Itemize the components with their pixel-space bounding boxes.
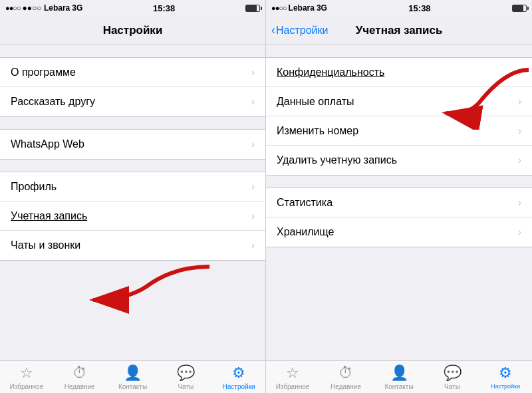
profile-label: Профиль: [11, 181, 57, 193]
section-1-right: Конфиденциальность › Данные оплаты › Изм…: [266, 57, 532, 176]
status-bar-left: ●●○○ ●●○○ Lebara 3G 15:38: [0, 0, 265, 16]
tab-bar-left: ☆ Избранное ⏱ Недавние 👤 Контакты 💬 Чаты…: [0, 360, 265, 393]
settings-content-right: Конфиденциальность › Данные оплаты › Изм…: [266, 45, 532, 360]
account-item[interactable]: Учетная запись ›: [0, 201, 265, 231]
section-2-left: WhatsApp Web ›: [0, 129, 265, 160]
profile-item[interactable]: Профиль ›: [0, 172, 265, 201]
settings-content-left: О программе › Рассказать другу › WhatsAp…: [0, 45, 265, 360]
favorites-icon-right: ☆: [286, 364, 299, 382]
tab-contacts-left[interactable]: 👤 Контакты: [106, 364, 160, 390]
about-chevron: ›: [251, 66, 255, 78]
nav-title-right: Учетная запись: [356, 24, 443, 37]
payment-label: Данные оплаты: [277, 96, 354, 108]
delete-account-chevron: ›: [518, 154, 521, 166]
settings-label-right: Настройки: [491, 383, 520, 390]
nav-back-label: Настройки: [276, 25, 328, 37]
storage-chevron: ›: [518, 226, 521, 238]
change-number-item[interactable]: Изменить номер ›: [266, 116, 532, 146]
tab-contacts-right[interactable]: 👤 Контакты: [372, 364, 426, 390]
network-left: 3G: [72, 3, 82, 13]
contacts-label-left: Контакты: [118, 383, 147, 390]
recents-label-right: Недавние: [331, 383, 361, 390]
payment-chevron: ›: [518, 96, 521, 108]
change-number-label: Изменить номер: [277, 125, 358, 137]
delete-account-item[interactable]: Удалить учетную запись ›: [266, 146, 532, 175]
signal-icon-left: ●●○○: [5, 4, 21, 12]
tab-settings-right[interactable]: ⚙ Настройки: [479, 364, 532, 390]
section-1-left: О программе › Рассказать другу ›: [0, 57, 265, 117]
chats-label-right: Чаты: [444, 383, 460, 390]
settings-icon-left: ⚙: [232, 364, 245, 382]
tab-chats-left[interactable]: 💬 Чаты: [159, 364, 212, 390]
recents-label-left: Недавние: [65, 383, 95, 390]
storage-label: Хранилище: [277, 226, 334, 238]
whatsapp-web-label: WhatsApp Web: [11, 138, 84, 150]
carrier-right: Lebara: [289, 3, 315, 13]
tab-favorites-left[interactable]: ☆ Избранное: [0, 364, 53, 390]
settings-icon-right: ⚙: [499, 364, 512, 382]
nav-back-button[interactable]: ‹ Настройки: [271, 23, 328, 37]
contacts-icon-right: 👤: [390, 364, 408, 382]
contacts-label-right: Контакты: [384, 383, 413, 390]
payment-item[interactable]: Данные оплаты ›: [266, 87, 532, 116]
status-bar-right: ●●○○ Lebara 3G 15:38: [266, 0, 532, 16]
change-number-chevron: ›: [518, 125, 521, 137]
tab-settings-left[interactable]: ⚙ Настройки: [212, 364, 265, 390]
share-label: Рассказать другу: [11, 96, 95, 108]
signal-icon-right: ●●○○: [271, 4, 287, 12]
recents-icon-left: ⏱: [72, 364, 87, 382]
chats-label-left: Чаты: [178, 383, 194, 390]
about-item[interactable]: О программе ›: [0, 58, 265, 87]
whatsapp-web-chevron: ›: [251, 138, 255, 150]
account-chevron: ›: [251, 210, 255, 222]
chats-icon-left: 💬: [177, 364, 195, 382]
profile-chevron: ›: [251, 181, 255, 193]
chats-calls-label: Чаты и звонки: [11, 239, 80, 251]
left-panel: ●●○○ ●●○○ Lebara 3G 15:38 Настройки О пр…: [0, 0, 266, 393]
right-panel: ●●○○ Lebara 3G 15:38 ‹ Настройки Учетная…: [266, 0, 532, 393]
favorites-label-right: Избранное: [276, 383, 310, 390]
share-item[interactable]: Рассказать другу ›: [0, 87, 265, 116]
stats-chevron: ›: [518, 197, 521, 209]
section-2-right: Статистика › Хранилище ›: [266, 188, 532, 247]
nav-bar-left: Настройки: [0, 16, 265, 45]
nav-title-left: Настройки: [103, 24, 163, 37]
stats-item[interactable]: Статистика ›: [266, 188, 532, 217]
battery-icon-right: [512, 5, 527, 12]
delete-account-label: Удалить учетную запись: [277, 154, 397, 166]
section-3-left: Профиль › Учетная запись › Чаты и звонки…: [0, 172, 265, 261]
tab-chats-right[interactable]: 💬 Чаты: [426, 364, 479, 390]
chats-calls-item[interactable]: Чаты и звонки ›: [0, 231, 265, 260]
account-label: Учетная запись: [11, 210, 87, 222]
network-right: 3G: [317, 3, 327, 13]
settings-label-left: Настройки: [223, 383, 255, 390]
privacy-label: Конфиденциальность: [277, 66, 384, 78]
chats-calls-chevron: ›: [251, 239, 255, 251]
tab-recents-right[interactable]: ⏱ Недавние: [319, 364, 372, 390]
battery-icon-left: [245, 5, 260, 12]
time-right: 15:38: [408, 3, 430, 13]
stats-label: Статистика: [277, 197, 332, 209]
tab-bar-right: ☆ Избранное ⏱ Недавние 👤 Контакты 💬 Чаты…: [266, 360, 532, 393]
contacts-icon-left: 👤: [124, 364, 142, 382]
storage-item[interactable]: Хранилище ›: [266, 217, 532, 247]
privacy-chevron: ›: [518, 66, 521, 78]
tab-recents-left[interactable]: ⏱ Недавние: [53, 364, 106, 390]
share-chevron: ›: [251, 96, 255, 108]
chats-icon-right: 💬: [444, 364, 462, 382]
whatsapp-web-item[interactable]: WhatsApp Web ›: [0, 130, 265, 159]
about-label: О программе: [11, 66, 76, 78]
time-left: 15:38: [153, 3, 175, 13]
carrier-left: ●●○○ Lebara: [23, 3, 70, 13]
favorites-icon-left: ☆: [20, 364, 33, 382]
favorites-label-left: Избранное: [10, 383, 44, 390]
chevron-back-icon: ‹: [271, 23, 275, 37]
recents-icon-right: ⏱: [338, 364, 353, 382]
tab-favorites-right[interactable]: ☆ Избранное: [266, 364, 319, 390]
nav-bar-right: ‹ Настройки Учетная запись: [266, 16, 532, 45]
privacy-item[interactable]: Конфиденциальность ›: [266, 58, 532, 87]
